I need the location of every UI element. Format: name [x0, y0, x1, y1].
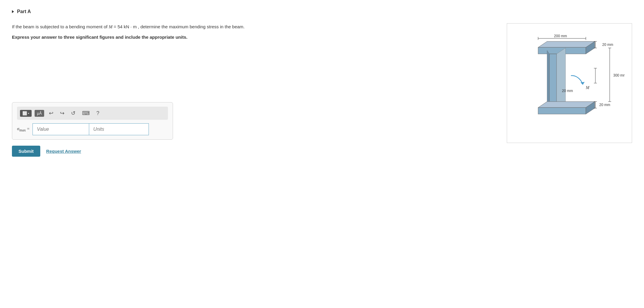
input-row: σmax =	[17, 123, 168, 135]
content-area: If the beam is subjected to a bending mo…	[12, 23, 632, 157]
svg-rect-7	[538, 108, 586, 114]
left-content: If the beam is subjected to a bending mo…	[12, 23, 495, 157]
svg-marker-4	[547, 50, 549, 108]
mu-button[interactable]: μÅ	[35, 110, 44, 117]
redo-button[interactable]: ↪	[58, 109, 66, 117]
svg-text:200 mm: 200 mm	[554, 34, 567, 38]
svg-text:300 mm: 300 mm	[613, 73, 625, 77]
math-M: M	[109, 24, 112, 29]
help-button[interactable]: ?	[95, 109, 101, 117]
undo-button[interactable]: ↩	[47, 109, 55, 117]
collapse-icon[interactable]	[12, 10, 14, 13]
units-input[interactable]	[89, 123, 149, 135]
refresh-icon: ↺	[71, 110, 75, 116]
value-input[interactable]	[33, 123, 89, 135]
page-container: Part A If the beam is subjected to a ben…	[0, 0, 644, 308]
part-label: Part A	[17, 9, 31, 14]
right-content: 200 mm 20 mm 300 mm 20 mm	[507, 23, 632, 143]
toolbar: ⬜ ▪ μÅ ↩ ↪ ↺ ⌨	[17, 107, 168, 120]
formula-button[interactable]: ⬜ ▪	[20, 110, 32, 117]
svg-text:20 mm: 20 mm	[599, 103, 610, 107]
svg-marker-29	[580, 82, 585, 85]
keyboard-button[interactable]: ⌨	[80, 109, 92, 117]
svg-text:M: M	[586, 85, 590, 90]
undo-icon: ↩	[49, 110, 53, 116]
answer-box: ⬜ ▪ μÅ ↩ ↪ ↺ ⌨	[12, 102, 173, 140]
question-prefix: If the beam is subjected to a bending mo…	[12, 24, 109, 29]
math-unit: kN · m	[124, 24, 137, 29]
keyboard-icon: ⌨	[82, 110, 90, 116]
mu-label: μÅ	[37, 111, 42, 116]
part-header: Part A	[12, 9, 632, 14]
diagram-box: 200 mm 20 mm 300 mm 20 mm	[507, 23, 632, 143]
svg-marker-5	[557, 48, 566, 108]
formula-icon2: ▪	[28, 111, 29, 115]
submit-button[interactable]: Submit	[12, 146, 40, 157]
sigma-label: σmax =	[17, 126, 30, 133]
redo-icon: ↪	[60, 110, 64, 116]
button-row: Submit Request Answer	[12, 146, 489, 157]
svg-marker-6	[538, 102, 595, 108]
bold-instruction: Express your answer to three significant…	[12, 35, 489, 40]
svg-rect-3	[549, 54, 557, 108]
refresh-button[interactable]: ↺	[69, 109, 77, 117]
svg-marker-0	[538, 41, 595, 47]
math-eq: = 54	[112, 24, 124, 29]
svg-text:20 mm: 20 mm	[562, 89, 573, 93]
svg-text:20 mm: 20 mm	[602, 43, 613, 47]
question-suffix: , determine the maximum bending stress i…	[137, 24, 245, 29]
formula-icon: ⬜	[22, 111, 27, 116]
request-answer-button[interactable]: Request Answer	[46, 149, 81, 154]
beam-diagram: 200 mm 20 mm 300 mm 20 mm	[514, 29, 625, 137]
question-text: If the beam is subjected to a bending mo…	[12, 23, 489, 30]
help-icon: ?	[96, 110, 99, 116]
